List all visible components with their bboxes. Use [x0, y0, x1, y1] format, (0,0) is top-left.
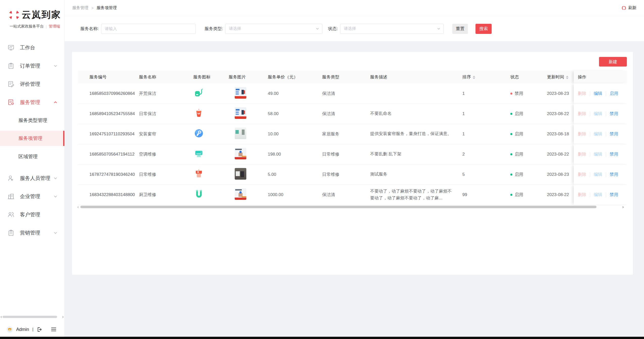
delete-link[interactable]: 删除 — [578, 192, 586, 198]
edit-link[interactable]: 编辑 — [594, 192, 602, 198]
service-photo — [235, 107, 246, 119]
sidebar-subitem-label: 服务类型管理 — [18, 117, 47, 124]
edit-link[interactable]: 编辑 — [594, 151, 602, 157]
sidebar-menu: 工作台 订单管理 评价管理 服务管理 — [0, 38, 64, 242]
service-photo — [235, 128, 246, 139]
breadcrumb-parent[interactable]: 服务管理 — [72, 5, 88, 11]
sidebar-item-workbench[interactable]: 工作台 — [0, 38, 64, 57]
scrollbar-left-arrow[interactable] — [0, 316, 2, 318]
service-type: 保洁清 — [318, 185, 366, 205]
updated-time: 2023-08-23 — [543, 164, 574, 185]
sidebar-horizontal-scrollbar[interactable] — [0, 316, 65, 318]
scrollbar-left-arrow[interactable] — [77, 206, 79, 208]
table-card: 新建 服务编号 服务名称 服务图标 服务图片 服务单 — [72, 52, 633, 275]
status-badge: 启用 — [510, 131, 539, 137]
disable-link[interactable]: 禁用 — [610, 131, 618, 137]
sidebar-item-label: 服务人员管理 — [20, 175, 54, 182]
delete-link[interactable]: 删除 — [578, 172, 586, 177]
refresh-button[interactable]: 刷新 — [622, 5, 636, 11]
scrollbar-thumb[interactable] — [80, 206, 597, 208]
disable-link[interactable]: 禁用 — [610, 111, 618, 117]
delete-link[interactable]: 删除 — [578, 151, 586, 157]
app-window: ♥♥♥♥ 云岚到家 一站式家政服务平台 | 管理端 工作台 订单管理 — [0, 0, 644, 339]
sidebar-item-customers[interactable]: 客户管理 — [0, 205, 64, 224]
reset-button[interactable]: 重置 — [452, 24, 468, 34]
sidebar-item-label: 订单管理 — [20, 62, 54, 69]
delete-link[interactable]: 删除 — [578, 111, 586, 117]
status-dot — [510, 113, 512, 115]
updated-time: 2023-08-22 — [543, 104, 574, 124]
delete-link[interactable]: 删除 — [578, 131, 586, 137]
disable-link[interactable]: 禁用 — [610, 151, 618, 157]
table-row: 1685850705647194112 空调维修 198.00 日常维修 不要乱… — [78, 144, 627, 164]
collapse-menu-icon[interactable] — [51, 328, 56, 331]
service-sort: 2 — [458, 144, 506, 164]
col-updated: 更新时间 — [543, 71, 574, 83]
sidebar: ♥♥♥♥ 云岚到家 一站式家政服务平台 | 管理端 工作台 订单管理 — [0, 0, 65, 339]
status-badge: 启用 — [510, 111, 539, 117]
sidebar-item-label: 工作台 — [20, 44, 57, 51]
chevron-down-icon — [54, 231, 57, 235]
updated-time: 2023-08-22 — [543, 185, 574, 205]
col-type: 服务类型 — [318, 71, 366, 83]
sort-carets[interactable] — [566, 76, 568, 79]
search-button[interactable]: 搜索 — [475, 24, 492, 34]
scrollbar-right-arrow[interactable] — [62, 316, 64, 318]
bottom-edge-bar — [0, 337, 644, 339]
enable-link[interactable]: 启用 — [610, 91, 618, 96]
sort-carets[interactable] — [473, 76, 475, 79]
service-name-input[interactable] — [101, 24, 196, 34]
table-horizontal-scrollbar[interactable] — [78, 205, 627, 209]
scrollbar-right-arrow[interactable] — [623, 206, 624, 208]
updated-time: 2023-08-18 — [543, 124, 574, 144]
create-button[interactable]: 新建 — [599, 57, 627, 67]
service-photo — [235, 168, 246, 180]
scrollbar-thumb[interactable] — [3, 316, 57, 318]
table-row: 1685850370996260864 开荒保洁 49.00 保洁清 1 禁用 … — [78, 83, 627, 104]
sidebar-item-enterprise[interactable]: 企业管理 — [0, 187, 64, 205]
orders-icon — [8, 62, 14, 69]
service-description — [366, 83, 458, 104]
col-status: 状态 — [506, 71, 543, 83]
service-type: 保洁清 — [318, 83, 366, 104]
sidebar-item-label: 客户管理 — [20, 211, 57, 218]
enterprise-icon — [8, 193, 14, 200]
service-name: 日常维修 — [135, 164, 189, 185]
brand-logo: ♥♥♥♥ 云岚到家 — [0, 0, 64, 21]
service-type-select[interactable]: 请选择 — [225, 24, 322, 34]
service-id: 1685850705647194112 — [78, 144, 135, 164]
brand-name: 云岚到家 — [22, 9, 61, 21]
col-description: 服务描述 — [366, 71, 458, 83]
edition-badge: 管理端 — [49, 24, 60, 29]
status-select[interactable]: 请选择 — [340, 24, 444, 34]
disable-link[interactable]: 禁用 — [610, 192, 618, 198]
status-badge: 启用 — [510, 151, 539, 157]
service-id: 1685894105234755584 — [78, 104, 135, 124]
sidebar-subitem-regions[interactable]: 区域管理 — [0, 147, 64, 165]
col-service-name: 服务名称 — [135, 71, 189, 83]
logout-icon[interactable] — [37, 327, 42, 332]
edit-link[interactable]: 编辑 — [594, 131, 602, 137]
sidebar-subitem-service-items[interactable]: 服务项管理 — [0, 131, 64, 146]
select-placeholder: 请选择 — [344, 26, 437, 31]
edit-link[interactable]: 编辑 — [594, 91, 602, 96]
sidebar-item-services[interactable]: 服务管理 — [0, 93, 64, 111]
table-row: 1685894105234755584 日常保洁 58.00 保洁清 不要乱命名… — [78, 104, 627, 124]
sidebar-item-label: 服务管理 — [20, 99, 54, 106]
service-type: 家居服务 — [318, 124, 366, 144]
sidebar-item-orders[interactable]: 订单管理 — [0, 57, 64, 75]
service-id: 1678727478190346240 — [78, 164, 135, 185]
edit-link[interactable]: 编辑 — [594, 111, 602, 117]
disable-link[interactable]: 禁用 — [610, 172, 618, 177]
edit-link[interactable]: 编辑 — [594, 172, 602, 177]
service-description: 测试服务 — [366, 164, 458, 185]
content-area: 新建 服务编号 服务名称 服务图标 服务图片 服务单 — [65, 41, 644, 339]
filter-status-label: 状态: — [328, 26, 338, 32]
sidebar-subitem-service-types[interactable]: 服务类型管理 — [0, 111, 64, 129]
sidebar-item-marketing[interactable]: 营销管理 — [0, 224, 64, 242]
sidebar-item-staff[interactable]: 服务人员管理 — [0, 169, 64, 187]
sidebar-item-reviews[interactable]: 评价管理 — [0, 75, 64, 93]
service-name: 日常保洁 — [135, 104, 189, 124]
delete-link[interactable]: 删除 — [578, 91, 586, 96]
chevron-down-icon — [54, 176, 57, 180]
